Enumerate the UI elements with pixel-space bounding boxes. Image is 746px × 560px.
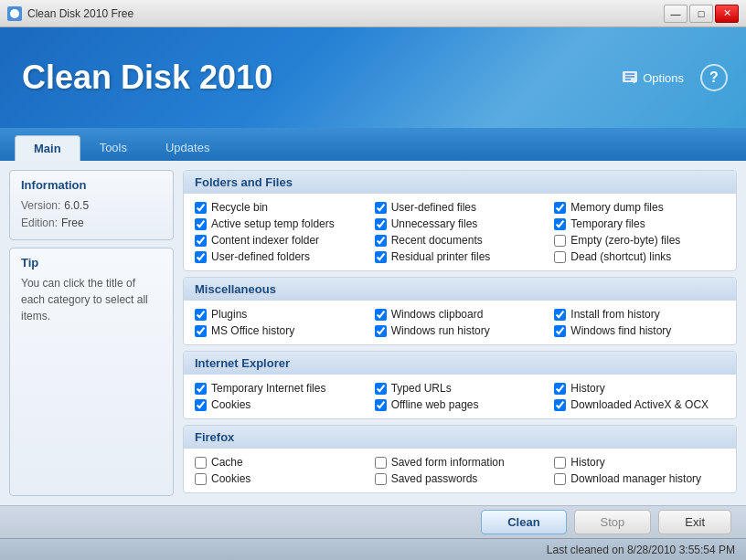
checkbox-input[interactable] [195, 309, 207, 321]
tab-updates[interactable]: Updates [146, 134, 229, 161]
checkbox-input[interactable] [195, 251, 207, 263]
minimize-button[interactable]: — [664, 5, 687, 23]
checkbox-input[interactable] [554, 457, 566, 469]
section-body-internet-explorer: Temporary Internet filesTyped URLsHistor… [184, 375, 736, 418]
window-controls: — □ ✕ [664, 5, 739, 23]
checkbox-label: Cookies [211, 472, 250, 485]
checkbox-label: Temporary files [570, 217, 645, 230]
section-header-firefox[interactable]: Firefox [184, 426, 736, 449]
checkbox-item[interactable]: Residual printer files [375, 250, 546, 263]
checkbox-input[interactable] [375, 325, 387, 337]
checkbox-input[interactable] [195, 383, 207, 395]
clean-button[interactable]: Clean [481, 510, 566, 534]
checkbox-input[interactable] [554, 235, 566, 247]
checkbox-item[interactable]: Recent documents [375, 234, 546, 247]
checkbox-input[interactable] [195, 325, 207, 337]
checkbox-input[interactable] [195, 457, 207, 469]
checkbox-input[interactable] [195, 399, 207, 411]
tab-main[interactable]: Main [15, 135, 80, 161]
checkbox-item[interactable]: Unnecessary files [375, 217, 546, 230]
section-header-folders-files[interactable]: Folders and Files [184, 171, 736, 194]
section-body-folders-files: Recycle binUser-defined filesMemory dump… [184, 194, 736, 270]
tab-tools[interactable]: Tools [80, 134, 146, 161]
help-button[interactable]: ? [700, 64, 728, 91]
checkbox-label: Downloaded ActiveX & OCX [570, 398, 709, 411]
checkbox-label: Windows find history [570, 324, 671, 337]
checkbox-item[interactable]: Windows run history [375, 324, 546, 337]
checkbox-item[interactable]: Temporary files [554, 217, 725, 230]
checkbox-item[interactable]: Saved passwords [375, 472, 546, 485]
checkbox-input[interactable] [554, 218, 566, 230]
checkbox-input[interactable] [195, 473, 207, 485]
maximize-button[interactable]: □ [689, 5, 713, 23]
checkbox-input[interactable] [375, 383, 387, 395]
checkbox-item[interactable]: Windows clipboard [375, 308, 546, 321]
checkbox-item[interactable]: Plugins [195, 308, 366, 321]
checkbox-input[interactable] [554, 202, 566, 214]
checkbox-input[interactable] [554, 325, 566, 337]
checkbox-item[interactable]: Downloaded ActiveX & OCX [554, 398, 725, 411]
checkbox-input[interactable] [554, 309, 566, 321]
section-internet-explorer: Internet ExplorerTemporary Internet file… [183, 351, 737, 419]
checkbox-item[interactable]: Typed URLs [375, 382, 546, 395]
checkbox-input[interactable] [375, 218, 387, 230]
checkbox-item[interactable]: Cookies [195, 472, 366, 485]
checkbox-input[interactable] [375, 251, 387, 263]
checkbox-item[interactable]: User-defined folders [195, 250, 366, 263]
checkbox-item[interactable]: Content indexer folder [195, 234, 366, 247]
checkbox-label: Memory dump files [570, 201, 663, 214]
checkbox-item[interactable]: Cache [195, 456, 366, 469]
tabs-bar: Main Tools Updates [0, 128, 746, 161]
checkbox-input[interactable] [195, 235, 207, 247]
checkbox-item[interactable]: Recycle bin [195, 201, 366, 214]
checkbox-input[interactable] [554, 383, 566, 395]
checkbox-label: Windows run history [391, 324, 490, 337]
checkbox-item[interactable]: History [554, 456, 725, 469]
tip-text: You can click the title of each category… [21, 275, 162, 324]
checkbox-item[interactable]: Windows find history [554, 324, 725, 337]
checkbox-label: Typed URLs [391, 382, 452, 395]
checkbox-input[interactable] [375, 202, 387, 214]
checkbox-input[interactable] [375, 235, 387, 247]
checkbox-item[interactable]: Cookies [195, 398, 366, 411]
exit-button[interactable]: Exit [658, 510, 731, 534]
status-bar: Last cleaned on 8/28/2010 3:55:54 PM [0, 538, 746, 560]
close-button[interactable]: ✕ [715, 5, 739, 23]
checkbox-input[interactable] [375, 473, 387, 485]
options-button[interactable]: Options [614, 66, 691, 90]
checkbox-input[interactable] [375, 457, 387, 469]
checkbox-item[interactable]: History [554, 382, 725, 395]
checkbox-item[interactable]: Active setup temp folders [195, 217, 366, 230]
section-header-miscellaneous[interactable]: Miscellaneous [184, 278, 736, 301]
checkbox-label: Offline web pages [391, 398, 479, 411]
checkbox-input[interactable] [375, 399, 387, 411]
section-header-internet-explorer[interactable]: Internet Explorer [184, 352, 736, 375]
checkbox-item[interactable]: Offline web pages [375, 398, 546, 411]
checkbox-label: Content indexer folder [211, 234, 319, 247]
checkbox-input[interactable] [195, 218, 207, 230]
checkbox-label: User-defined files [391, 201, 476, 214]
checkbox-input[interactable] [375, 309, 387, 321]
checkbox-input[interactable] [554, 473, 566, 485]
checkbox-label: Empty (zero-byte) files [570, 234, 680, 247]
checkbox-item[interactable]: Memory dump files [554, 201, 725, 214]
checkbox-label: Install from history [570, 308, 659, 321]
checkbox-input[interactable] [554, 399, 566, 411]
checkbox-item[interactable]: Empty (zero-byte) files [554, 234, 725, 247]
checkbox-item[interactable]: Dead (shortcut) links [554, 250, 725, 263]
checkbox-item[interactable]: Saved form information [375, 456, 546, 469]
checkbox-input[interactable] [195, 202, 207, 214]
version-row: Version: 6.0.5 [21, 197, 162, 215]
checkbox-item[interactable]: MS Office history [195, 324, 366, 337]
checkbox-item[interactable]: Temporary Internet files [195, 382, 366, 395]
content-area: Information Version: 6.0.5 Edition: Free… [0, 161, 746, 505]
checkbox-label: Unnecessary files [391, 217, 478, 230]
checkbox-item[interactable]: Download manager history [554, 472, 725, 485]
stop-button[interactable]: Stop [574, 510, 652, 534]
options-icon [622, 69, 638, 86]
checkbox-item[interactable]: User-defined files [375, 201, 546, 214]
checkbox-item[interactable]: Install from history [554, 308, 725, 321]
checkbox-input[interactable] [554, 251, 566, 263]
checkbox-label: Temporary Internet files [211, 382, 325, 395]
header-actions: Options ? [614, 64, 728, 91]
